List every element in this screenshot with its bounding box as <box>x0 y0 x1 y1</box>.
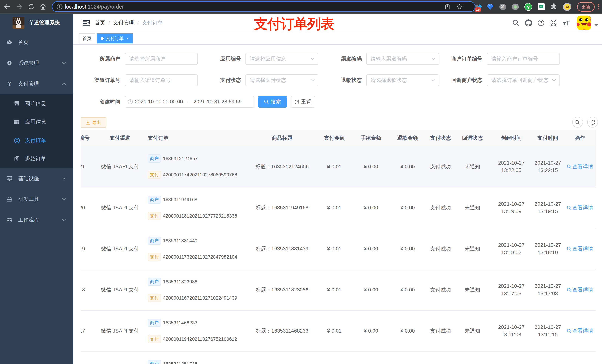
view-detail-link[interactable]: 查看详情 <box>567 245 593 252</box>
reset-button[interactable]: 重置 <box>291 96 315 108</box>
create-time-range-picker[interactable]: 2021-10-01 00:00:00 - 2021-10-31 23:59:5… <box>125 96 254 108</box>
extension-selenium-icon[interactable]: 10 <box>475 3 483 10</box>
sidebar-item-pay[interactable]: ¥ 支付管理 <box>0 73 73 94</box>
sidebar-item-label: 应用信息 <box>25 118 46 125</box>
extensions-puzzle-icon[interactable] <box>550 3 558 10</box>
table-row[interactable]: 21 微信 JSAPI 支付 商户1635312124657 支付4200001… <box>81 146 596 187</box>
table-row[interactable]: 商户1635311251736 支付 <box>81 352 596 364</box>
col-id: 编号 <box>81 130 96 146</box>
cell-channel <box>96 352 144 364</box>
browser-home-icon[interactable] <box>40 3 46 10</box>
view-detail-link[interactable]: 查看详情 <box>567 163 593 170</box>
sidebar-item-system[interactable]: 系统管理 <box>0 53 73 73</box>
site-info-icon[interactable] <box>56 3 63 10</box>
sidebar-item-pay-order[interactable]: 支付订单 <box>0 131 73 150</box>
profile-avatar-icon[interactable] <box>563 2 572 11</box>
extension-recorder-icon[interactable] <box>512 3 519 10</box>
cell-status: 支付成功 <box>428 187 453 228</box>
cell-title: 标题：1635311949168 <box>250 187 314 228</box>
col-action: 操作 <box>564 130 596 146</box>
github-icon[interactable] <box>525 20 532 26</box>
col-paid: 支付时间 <box>531 130 564 146</box>
tag-pay-order[interactable]: 支付订单 ✕ <box>97 33 133 43</box>
col-created: 创建时间 <box>491 130 531 146</box>
font-size-icon[interactable] <box>563 20 570 26</box>
sidebar-item-home[interactable]: 首页 <box>0 32 73 53</box>
main-area: 首页 / 支付管理 / 支付订单 <box>73 13 602 364</box>
bookmark-star-icon[interactable] <box>456 3 462 10</box>
tag-close-icon[interactable]: ✕ <box>126 37 129 40</box>
tag-home[interactable]: 首页 <box>79 33 95 43</box>
view-detail-link[interactable]: 查看详情 <box>567 327 593 335</box>
col-notify: 回调状态 <box>453 130 491 146</box>
export-button[interactable]: 导出 <box>81 117 106 128</box>
search-button[interactable]: 搜索 <box>258 96 287 108</box>
table-row[interactable]: 19 微信 JSAPI 支付 商户1635311881440 支付4200001… <box>81 229 596 270</box>
logo[interactable]: 芋道管理系统 <box>0 13 73 32</box>
app-select[interactable]: 请选择应用信息 <box>246 53 318 65</box>
filter-label-refund-status: 退款状态 <box>322 74 366 86</box>
update-button[interactable]: 更新 <box>577 2 595 12</box>
sidebar-item-merchant-info[interactable]: 商户信息 <box>0 94 73 113</box>
chevron-down-icon <box>552 79 556 82</box>
extension-gem-icon[interactable] <box>486 3 494 10</box>
merchant-select[interactable]: 请选择所属商户 <box>125 53 198 65</box>
refresh-button[interactable] <box>587 117 598 128</box>
cell-channel: 微信 JSAPI 支付 <box>96 311 144 351</box>
address-bar[interactable]: localhost:1024/pay/order <box>52 1 475 12</box>
pay-status-select[interactable]: 请选择支付状态 <box>246 74 318 86</box>
breadcrumb-home[interactable]: 首页 <box>95 19 105 26</box>
help-icon[interactable] <box>538 20 544 26</box>
channel-code-select[interactable]: 请输入渠道编码 <box>366 53 439 65</box>
merchant-order-no-input[interactable]: 请输入商户订单编号 <box>487 53 560 65</box>
browser-forward-icon[interactable] <box>16 3 22 10</box>
fullscreen-icon[interactable] <box>550 20 557 26</box>
col-fee: 手续金额 <box>354 130 388 146</box>
sidebar-item-workflow[interactable]: 工作流程 <box>0 209 73 230</box>
channel-order-no-input[interactable]: 请输入渠道订单号 <box>125 74 198 86</box>
cell-refund: ¥ 0.00 <box>388 229 428 269</box>
cell-created: 2021-10-27 13:19:09 <box>491 187 531 228</box>
cell-amount: ¥ 0.01 <box>314 311 354 351</box>
document-copy-icon <box>14 156 20 162</box>
view-detail-link[interactable]: 查看详情 <box>567 204 593 211</box>
header-search-icon[interactable] <box>512 20 519 26</box>
user-avatar[interactable] <box>577 16 591 30</box>
extension-y-icon[interactable]: y <box>524 3 532 11</box>
sidebar-item-infra[interactable]: 基础设施 <box>0 168 73 189</box>
pay-submenu: 商户信息 应用信息 支付订单 <box>0 94 73 168</box>
caret-down-icon[interactable] <box>594 24 598 27</box>
browser-menu-icon[interactable] <box>598 4 599 10</box>
sidebar-item-refund-order[interactable]: 退款订单 <box>0 150 73 168</box>
col-amount: 支付金额 <box>314 130 354 146</box>
sidebar-item-app-info[interactable]: 应用信息 <box>0 113 73 131</box>
toolbox-icon <box>7 217 12 223</box>
screen: localhost:1024/pay/order 10 ⌘ y <box>0 0 602 364</box>
cell-order: 商户1635311468233 支付4200001194202110276752… <box>144 311 250 351</box>
refund-status-select[interactable]: 请选择退款状态 <box>366 74 439 86</box>
filter-label-app: 应用编号 <box>201 53 246 65</box>
shop-icon <box>14 101 20 106</box>
table-row[interactable]: 17 微信 JSAPI 支付 商户1635311468233 支付4200001… <box>81 311 596 352</box>
browser-reload-icon[interactable] <box>28 3 34 10</box>
dashboard-icon <box>7 40 12 45</box>
extension-chat-icon[interactable] <box>538 3 545 10</box>
view-detail-link[interactable]: 查看详情 <box>567 286 593 293</box>
table-row[interactable]: 18 微信 JSAPI 支付 商户1635311823086 支付4200001… <box>81 270 596 311</box>
hamburger-icon[interactable] <box>83 20 90 26</box>
extension-command-icon[interactable]: ⌘ <box>499 3 506 10</box>
cell-created: 2021-10-27 13:22:05 <box>491 146 531 187</box>
cell-paid: 2021-10-27 13:11:15 <box>531 311 564 351</box>
share-icon[interactable] <box>444 3 450 10</box>
browser-back-icon[interactable] <box>4 3 11 10</box>
pay-tag: 支付 <box>148 335 161 343</box>
breadcrumb-pay[interactable]: 支付管理 <box>113 19 134 26</box>
table-row[interactable]: 20 微信 JSAPI 支付 商户1635311949168 支付4200001… <box>81 187 596 229</box>
cell-action: 查看详情 <box>564 270 596 310</box>
cell-amount <box>314 352 354 364</box>
sidebar-item-devtools[interactable]: 研发工具 <box>0 189 73 209</box>
toggle-search-button[interactable] <box>572 117 583 128</box>
cell-id: 20 <box>81 187 96 228</box>
cell-created <box>491 352 531 364</box>
notify-status-select[interactable]: 请选择订单回调商户状态 <box>487 74 560 86</box>
